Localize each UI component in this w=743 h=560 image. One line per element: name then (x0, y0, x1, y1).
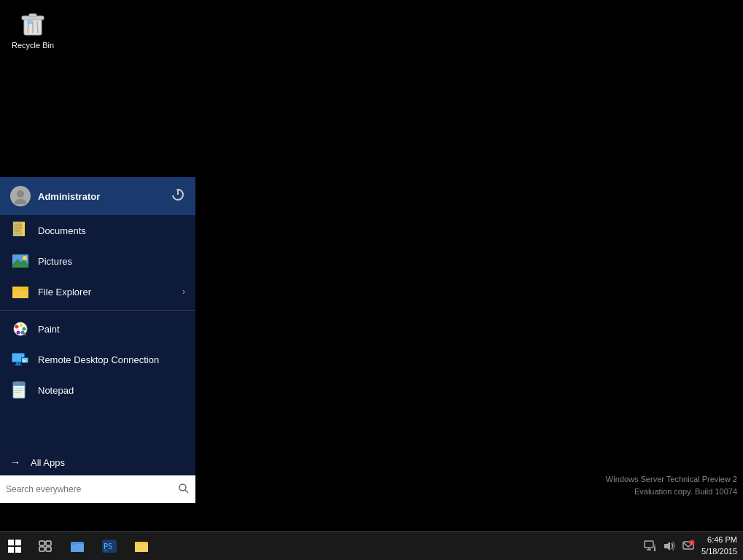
file-explorer-icon (10, 281, 31, 302)
svg-rect-37 (16, 362, 20, 365)
all-apps-arrow-icon: → (10, 456, 20, 468)
menu-item-documents[interactable]: Documents (0, 215, 195, 246)
all-apps-button[interactable]: → All Apps (0, 449, 195, 475)
file-explorer-label: File Explorer (38, 287, 91, 298)
desktop: Recycle Bin Windows Server Technical Pre… (0, 0, 743, 532)
search-input[interactable] (6, 484, 178, 494)
windows-logo-icon (8, 540, 21, 553)
svg-point-29 (15, 325, 19, 329)
svg-text:_: _ (104, 542, 109, 551)
svg-rect-55 (8, 547, 14, 553)
svg-rect-22 (12, 265, 28, 268)
svg-marker-76 (664, 542, 670, 551)
taskbar-clock[interactable]: 6:46 PM 5/18/2015 (701, 534, 743, 557)
powershell-icon: PS _ (101, 538, 117, 554)
system-tray: ! (643, 539, 701, 553)
svg-rect-46 (15, 390, 23, 391)
svg-rect-70 (645, 541, 653, 548)
clock-time: 6:46 PM (707, 534, 737, 545)
menu-separator (0, 310, 195, 311)
recycle-bin-icon[interactable]: Recycle Bin (7, 6, 58, 52)
tray-monitor-icon[interactable] (643, 539, 658, 553)
start-menu-user-header: Administrator (0, 177, 195, 215)
start-menu: Administrator (0, 177, 195, 503)
svg-rect-26 (12, 287, 19, 290)
svg-rect-45 (15, 388, 23, 389)
file-manager-taskbar-icon (69, 538, 85, 554)
pictures-icon (10, 251, 31, 271)
user-info: Administrator (10, 186, 100, 206)
svg-rect-6 (27, 20, 33, 24)
svg-rect-54 (15, 540, 21, 545)
svg-rect-62 (71, 544, 84, 552)
search-icon (178, 483, 190, 497)
svg-rect-53 (8, 540, 14, 545)
svg-rect-17 (12, 221, 22, 236)
watermark: Windows Server Technical Preview 2 Evalu… (606, 473, 737, 497)
avatar[interactable] (10, 186, 31, 206)
svg-point-30 (20, 324, 23, 327)
clock-date: 5/18/2015 (701, 546, 737, 557)
menu-item-file-explorer[interactable]: File Explorer › (0, 276, 195, 307)
svg-point-51 (179, 484, 186, 491)
all-apps-label: All Apps (31, 457, 65, 468)
svg-point-8 (15, 199, 26, 204)
watermark-line2: Evaluation copy. Build 10074 (606, 486, 737, 498)
menu-item-notepad[interactable]: Notepad (0, 375, 195, 405)
svg-line-52 (185, 490, 188, 493)
documents-label: Documents (38, 225, 86, 236)
menu-item-paint[interactable]: Paint (0, 314, 195, 344)
watermark-line1: Windows Server Technical Preview 2 (606, 473, 737, 486)
svg-rect-58 (46, 541, 51, 545)
svg-line-5 (37, 22, 38, 33)
explorer-taskbar-icon (133, 538, 149, 554)
remote-desktop-icon (10, 349, 31, 370)
notepad-icon (10, 380, 31, 400)
svg-rect-63 (71, 542, 76, 545)
svg-rect-47 (15, 392, 20, 393)
menu-item-pictures[interactable]: Pictures (0, 246, 195, 276)
svg-point-7 (17, 190, 24, 198)
svg-rect-57 (39, 541, 44, 545)
svg-rect-56 (15, 547, 21, 553)
svg-rect-69 (135, 542, 140, 545)
task-view-button[interactable] (29, 532, 61, 561)
svg-point-21 (23, 256, 27, 260)
file-explorer-arrow: › (182, 287, 185, 297)
svg-rect-75 (654, 544, 656, 551)
username: Administrator (38, 191, 100, 202)
svg-rect-68 (135, 544, 148, 552)
recycle-bin-svg (18, 9, 47, 38)
menu-item-remote-desktop[interactable]: Remote Desktop Connection (0, 344, 195, 375)
task-view-icon (39, 540, 52, 553)
tray-volume-icon[interactable] (662, 539, 677, 553)
notepad-label: Notepad (38, 385, 74, 396)
svg-rect-27 (12, 289, 28, 289)
powershell-taskbar-button[interactable]: PS _ (93, 532, 125, 561)
svg-rect-59 (39, 547, 44, 551)
start-button[interactable] (0, 532, 29, 561)
start-search-bar[interactable] (0, 475, 195, 503)
tray-notification-icon[interactable]: ! (681, 539, 696, 553)
paint-label: Paint (38, 324, 60, 335)
svg-point-31 (23, 327, 26, 331)
documents-icon (10, 220, 31, 241)
recycle-bin-label: Recycle Bin (12, 41, 54, 50)
pictures-label: Pictures (38, 256, 72, 267)
svg-rect-2 (29, 14, 36, 17)
taskbar: PS _ (0, 531, 743, 560)
power-button[interactable] (171, 187, 185, 206)
svg-rect-38 (15, 365, 22, 366)
svg-text:!: ! (691, 540, 692, 545)
power-icon (171, 187, 185, 202)
svg-rect-60 (46, 547, 51, 551)
file-manager-taskbar-button[interactable] (61, 532, 93, 561)
svg-rect-25 (12, 289, 28, 298)
remote-desktop-label: Remote Desktop Connection (38, 354, 159, 365)
explorer-taskbar-button[interactable] (125, 532, 157, 561)
svg-point-33 (17, 331, 20, 335)
user-icon (12, 188, 28, 204)
paint-icon (10, 319, 31, 339)
